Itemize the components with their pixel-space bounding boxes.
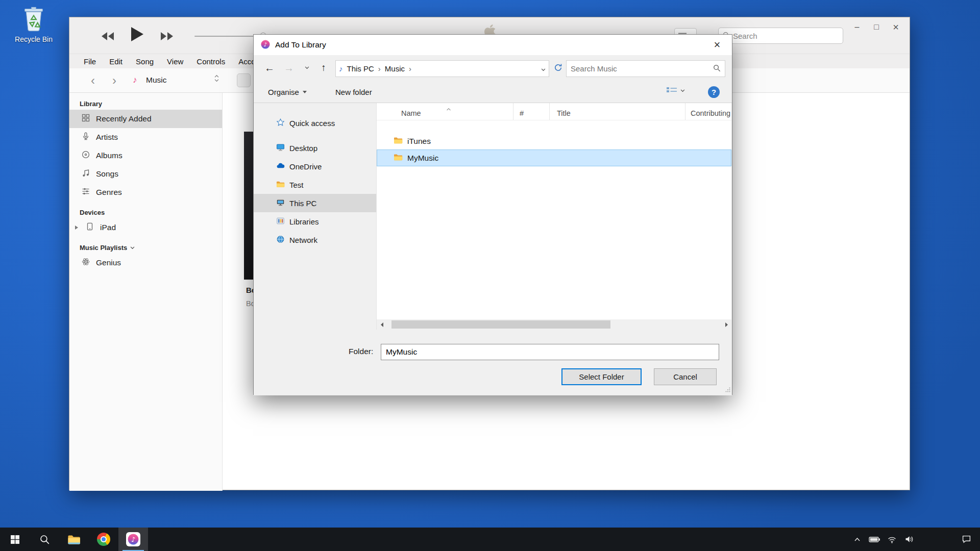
music-note-icon: ♪ [133,75,137,85]
change-view-button[interactable] [666,86,685,95]
tray-network-button[interactable] [883,528,900,551]
close-button[interactable]: × [886,19,905,35]
sidebar-item-albums[interactable]: Albums [69,146,222,165]
computer-icon [276,198,285,208]
details-view-icon [666,86,677,95]
star-icon [276,118,285,128]
recycle-bin-shortcut[interactable]: Recycle Bin [9,6,58,43]
disclosure-triangle-icon[interactable] [75,223,80,232]
nav-up-button[interactable]: ↑ [315,59,332,77]
start-button[interactable] [0,528,30,551]
scrollbar-track[interactable] [387,319,721,330]
sidebar-item-recently-added[interactable]: Recently Added [69,110,222,128]
minimize-button[interactable]: – [847,19,867,35]
dialog-search-box[interactable] [566,60,725,77]
search-icon[interactable] [713,64,721,73]
resize-grip[interactable] [725,385,730,394]
recycle-bin-label: Recycle Bin [9,35,58,43]
scrollbar-thumb[interactable] [391,320,610,329]
column-header-number[interactable]: # [513,103,550,120]
chevron-down-icon [680,89,685,92]
record-icon [82,151,90,161]
action-center-button[interactable] [958,528,975,551]
breadcrumb-music[interactable]: Music [384,64,406,73]
nav-pane-quick-access[interactable]: Quick access [254,114,376,132]
nav-pane-test[interactable]: Test [254,176,376,194]
ipad-icon [86,222,94,233]
address-dropdown-icon[interactable] [541,64,546,73]
forward-button[interactable]: › [106,73,122,88]
itunes-search-box[interactable] [718,28,843,44]
playlists-section-header[interactable]: Music Playlists [69,237,222,254]
sidebar-item-ipad[interactable]: iPad [69,218,222,237]
taskbar-chrome-button[interactable] [89,528,118,551]
dialog-search-input[interactable] [571,64,710,73]
wifi-icon [888,536,896,543]
taskbar-itunes-button[interactable]: ♪ [118,528,148,551]
fast-forward-button[interactable] [158,29,176,44]
taskbar: ♪ [0,528,980,551]
select-folder-button[interactable]: Select Folder [561,368,642,385]
nav-pane-this-pc[interactable]: This PC [254,194,376,212]
itunes-search-input[interactable] [733,32,839,40]
nav-pane-desktop[interactable]: Desktop [254,139,376,157]
play-button[interactable] [129,27,146,42]
rewind-button[interactable] [99,29,116,44]
scroll-right-arrow[interactable] [721,319,731,330]
menu-view[interactable]: View [167,57,183,66]
search-icon [40,535,50,544]
column-header-title[interactable]: Title [550,103,685,120]
sliders-icon [82,187,90,197]
file-explorer-icon [67,534,81,545]
help-button[interactable]: ? [708,86,720,98]
tray-show-hidden-icons-button[interactable] [848,528,866,551]
refresh-button[interactable] [554,63,562,73]
horizontal-scrollbar[interactable] [377,319,731,330]
sidebar-item-genres[interactable]: Genres [69,183,222,202]
cancel-button[interactable]: Cancel [654,368,717,385]
sidebar-item-songs[interactable]: Songs [69,165,222,183]
folder-label: Folder: [349,347,373,356]
breadcrumb-this-pc[interactable]: This PC [346,64,375,73]
file-row-itunes[interactable]: iTunes [377,133,731,149]
maximize-button[interactable]: □ [867,19,886,35]
libraries-icon [276,217,285,227]
organise-button[interactable]: Organise [264,82,311,103]
tray-volume-button[interactable] [900,528,918,551]
column-header-name[interactable]: Name [377,103,513,120]
desktop: Recycle Bin [0,0,980,551]
chevron-up-icon [854,538,860,541]
media-kind-selector[interactable]: Music [146,76,166,85]
taskbar-file-explorer-button[interactable] [59,528,89,551]
menu-edit[interactable]: Edit [109,57,122,66]
notification-bubble-icon [962,535,971,543]
taskbar-search-button[interactable] [30,528,59,551]
column-header-contributing-artists[interactable]: Contributing artists [685,103,731,120]
nav-back-button[interactable]: ← [261,59,278,77]
nav-forward-button[interactable]: → [280,59,298,77]
scroll-left-arrow[interactable] [377,319,387,330]
breadcrumb-separator-icon[interactable]: › [378,64,381,73]
media-selector-arrows-icon[interactable] [214,74,219,82]
nav-pane-onedrive[interactable]: OneDrive [254,157,376,176]
back-button[interactable]: ‹ [85,73,101,88]
menu-song[interactable]: Song [136,57,154,66]
folder-name-input[interactable] [381,344,719,360]
svg-text:♪: ♪ [264,41,267,47]
recent-locations-dropdown[interactable] [302,61,312,74]
file-row-mymusic[interactable]: MyMusic [377,149,731,166]
add-to-library-dialog: ♪ Add To Library × ← → ↑ ♪ This PC › Mus… [253,34,732,395]
nav-pane-network[interactable]: Network [254,231,376,249]
menu-controls[interactable]: Controls [197,57,225,66]
nav-pane-libraries[interactable]: Libraries [254,212,376,231]
address-bar[interactable]: ♪ This PC › Music › [335,60,549,77]
tray-battery-button[interactable] [866,528,883,551]
breadcrumb-separator-icon[interactable]: › [409,64,411,73]
sidebar-item-artists[interactable]: Artists [69,128,222,146]
dialog-titlebar[interactable]: ♪ Add To Library × [254,35,732,55]
miniplayer-artwork-box[interactable] [237,73,251,87]
menu-file[interactable]: File [84,57,96,66]
new-folder-button[interactable]: New folder [331,82,376,103]
sidebar-item-genius[interactable]: Genius [69,254,222,272]
dialog-close-button[interactable]: × [702,35,732,55]
